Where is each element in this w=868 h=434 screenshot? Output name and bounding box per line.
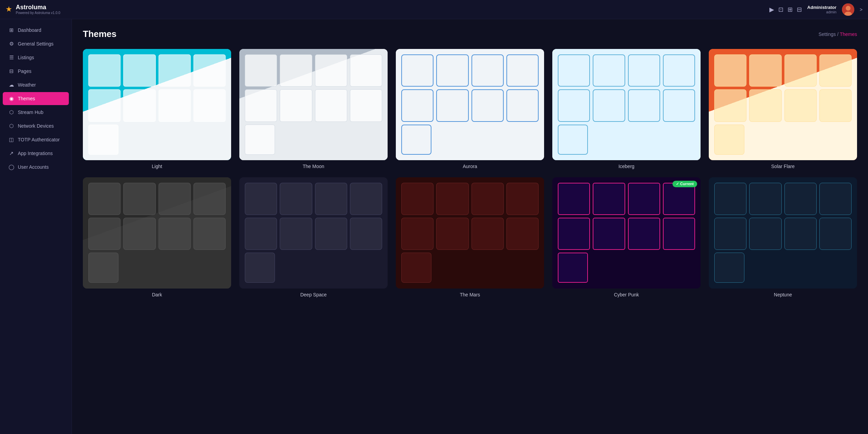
tp-block xyxy=(628,54,660,87)
tp-block xyxy=(663,218,695,250)
theme-card-mars[interactable]: The Mars xyxy=(396,177,544,297)
theme-card-aurora[interactable]: Aurora xyxy=(396,49,544,169)
sidebar-item-stream-hub[interactable]: ⬡ Stream Hub xyxy=(3,106,69,119)
sidebar-item-user-accounts[interactable]: ◯ User Accounts xyxy=(3,161,69,174)
breadcrumb: Settings / Themes xyxy=(818,31,857,37)
user-info: Administrator admin xyxy=(807,5,836,14)
tp-block xyxy=(280,183,312,215)
theme-card-moon[interactable]: The Moon xyxy=(239,49,388,169)
tp-block xyxy=(350,218,382,250)
user-role: admin xyxy=(826,10,836,14)
tp-block xyxy=(558,183,590,215)
theme-card-deepspace[interactable]: Deep Space xyxy=(239,177,388,297)
themes-icon: ◉ xyxy=(8,95,14,102)
sidebar-item-general-settings[interactable]: ⚙ General Settings xyxy=(3,37,69,50)
theme-name-dark: Dark xyxy=(152,292,162,297)
tp-block xyxy=(506,183,539,215)
tp-block xyxy=(88,183,121,215)
tp-block xyxy=(714,89,746,122)
theme-name-neptune: Neptune xyxy=(774,292,792,297)
qr-icon[interactable]: ⊟ xyxy=(797,6,802,13)
tp-block xyxy=(315,183,347,215)
tp-block xyxy=(88,218,121,250)
logo-star-icon: ★ xyxy=(5,5,12,14)
tp-block xyxy=(714,125,744,155)
tp-block xyxy=(506,218,539,250)
tp-block xyxy=(123,218,155,250)
tp-block xyxy=(471,183,504,215)
tp-block xyxy=(401,253,431,283)
page-header: Themes Settings / Themes xyxy=(83,29,857,39)
sidebar-item-dashboard[interactable]: ⊞ Dashboard xyxy=(3,24,69,37)
sidebar-item-label: General Settings xyxy=(18,41,53,47)
tp-block xyxy=(401,183,433,215)
tp-block xyxy=(315,54,347,87)
sidebar-item-themes[interactable]: ◉ Themes xyxy=(3,92,69,105)
tp-block xyxy=(159,183,191,215)
tp-block xyxy=(193,89,226,122)
sidebar-item-network-devices[interactable]: ⬡ Network Devices xyxy=(3,119,69,132)
avatar[interactable] xyxy=(842,3,854,16)
monitor-icon[interactable]: ⊡ xyxy=(778,6,783,13)
grid-layout-icon[interactable]: ⊞ xyxy=(788,6,793,13)
tp-block xyxy=(593,54,625,87)
breadcrumb-prefix: Settings / xyxy=(818,31,838,37)
theme-preview-light xyxy=(83,49,231,160)
tp-block xyxy=(558,253,588,283)
sidebar-item-pages[interactable]: ⊟ Pages xyxy=(3,65,69,78)
tp-block xyxy=(749,89,781,122)
theme-name-light: Light xyxy=(152,164,162,169)
theme-name-moon: The Moon xyxy=(303,164,324,169)
tp-block xyxy=(159,54,191,87)
chevron-right-icon[interactable]: > xyxy=(860,7,863,12)
youtube-icon[interactable]: ▶ xyxy=(769,6,774,13)
sidebar-item-weather[interactable]: ☁ Weather xyxy=(3,78,69,91)
tp-block xyxy=(784,183,817,215)
sidebar-item-label: User Accounts xyxy=(18,164,49,170)
theme-card-iceberg[interactable]: Iceberg xyxy=(552,49,701,169)
app-subtitle: Powered by Astroluma v1.0.0 xyxy=(16,11,60,15)
network-devices-icon: ⬡ xyxy=(8,123,14,129)
tp-block xyxy=(123,54,155,87)
sidebar-item-label: TOTP Authenticator xyxy=(18,137,60,142)
tp-block xyxy=(471,218,504,250)
theme-preview-iceberg xyxy=(552,49,701,160)
tp-block xyxy=(749,218,781,250)
logo-text: Astroluma Powered by Astroluma v1.0.0 xyxy=(16,4,60,15)
theme-card-neptune[interactable]: Neptune xyxy=(709,177,857,297)
themes-grid: Light xyxy=(83,49,857,297)
sidebar-item-label: App Integrations xyxy=(18,151,53,156)
tp-block xyxy=(245,183,277,215)
theme-card-dark[interactable]: Dark xyxy=(83,177,231,297)
sidebar-item-app-integrations[interactable]: ↗ App Integrations xyxy=(3,147,69,160)
tp-block xyxy=(819,183,852,215)
sidebar-item-label: Themes xyxy=(18,96,35,101)
theme-preview-moon xyxy=(239,49,388,160)
page-title: Themes xyxy=(83,29,116,39)
listings-icon: ☰ xyxy=(8,54,14,61)
tp-block xyxy=(714,54,746,87)
tp-block xyxy=(401,125,431,155)
theme-card-solar[interactable]: Solar Flare xyxy=(709,49,857,169)
layout: ⊞ Dashboard ⚙ General Settings ☰ Listing… xyxy=(0,19,868,434)
app-name: Astroluma xyxy=(16,4,60,11)
sidebar-item-label: Dashboard xyxy=(18,27,41,33)
theme-name-iceberg: Iceberg xyxy=(618,164,634,169)
settings-icon: ⚙ xyxy=(8,41,14,47)
tp-block xyxy=(159,218,191,250)
tp-block xyxy=(315,89,347,122)
sidebar-item-listings[interactable]: ☰ Listings xyxy=(3,51,69,64)
theme-name-cyberpunk: Cyber Punk xyxy=(614,292,639,297)
tp-block xyxy=(784,218,817,250)
tp-block xyxy=(714,183,746,215)
tp-block xyxy=(88,89,121,122)
tp-block xyxy=(436,218,468,250)
sidebar: ⊞ Dashboard ⚙ General Settings ☰ Listing… xyxy=(0,19,72,434)
theme-card-light[interactable]: Light xyxy=(83,49,231,169)
theme-card-cyberpunk[interactable]: ✓ Current xyxy=(552,177,701,297)
tp-block xyxy=(245,54,277,87)
sidebar-item-totp-authenticator[interactable]: ◫ TOTP Authenticator xyxy=(3,133,69,146)
theme-preview-solar xyxy=(709,49,857,160)
tp-block xyxy=(245,125,275,155)
tp-block xyxy=(749,183,781,215)
